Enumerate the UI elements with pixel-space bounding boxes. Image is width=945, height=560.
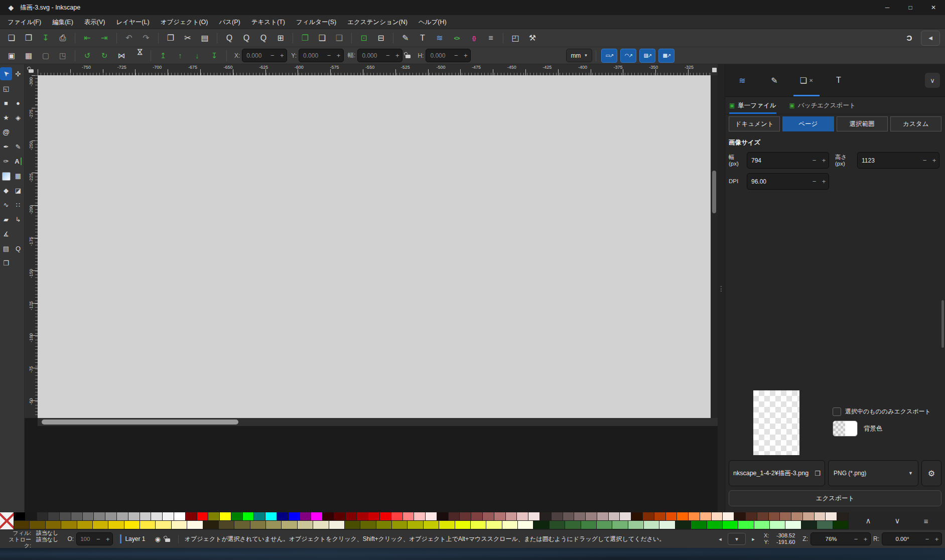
palette-swatch[interactable] — [460, 512, 471, 521]
scale-stroke-toggle[interactable]: ▭↗ — [601, 49, 617, 63]
horizontal-ruler[interactable]: -750-725-700-675-650-625-600-575-550-525… — [38, 64, 711, 75]
palette-swatch[interactable] — [346, 512, 357, 521]
x-input[interactable]: 0.000−+ — [242, 49, 287, 62]
selector-tool[interactable]: ➤ — [0, 67, 12, 80]
palette-swatch[interactable] — [140, 521, 156, 529]
palette-swatch[interactable] — [323, 512, 334, 521]
palette-swatch[interactable] — [817, 521, 833, 529]
rotate-ccw-icon[interactable]: ↺ — [80, 50, 95, 62]
palette-swatch[interactable] — [552, 512, 563, 521]
page-select-button[interactable]: ▾ — [728, 533, 746, 545]
box-3d-tool[interactable]: ◈ — [12, 111, 24, 124]
menu-item[interactable]: 編集(E) — [47, 16, 79, 29]
palette-swatch[interactable] — [334, 512, 346, 521]
palette-swatch[interactable] — [105, 512, 117, 521]
palette-swatch[interactable] — [14, 521, 30, 529]
palette-swatch[interactable] — [691, 521, 707, 529]
shape-builder-tool[interactable]: ◱ — [0, 82, 12, 95]
palette-swatch[interactable] — [837, 512, 849, 521]
unlink-clone-icon[interactable]: ❑ — [332, 31, 347, 45]
palette-swatch[interactable] — [455, 521, 471, 529]
palette-swatch[interactable] — [643, 512, 654, 521]
panel-scrollbar[interactable] — [941, 300, 944, 348]
ellipse-tool[interactable]: ● — [12, 96, 24, 109]
object-properties-icon[interactable]: {} — [466, 31, 481, 45]
layer-visibility-icon[interactable]: ◉ — [155, 535, 160, 543]
increment-button[interactable]: + — [277, 52, 287, 59]
zoom-tool[interactable]: Q — [12, 242, 24, 255]
palette-swatch[interactable] — [707, 521, 723, 529]
select-all-icon[interactable]: ▣ — [4, 50, 19, 62]
increment-button[interactable]: + — [929, 157, 939, 164]
palette-swatch[interactable] — [426, 512, 437, 521]
zoom-page-width-icon[interactable]: ⊞ — [273, 31, 288, 45]
palette-swatch[interactable] — [163, 512, 174, 521]
background-color-swatch[interactable] — [833, 421, 858, 437]
palette-swatch[interactable] — [108, 521, 124, 529]
text-dialog-icon[interactable]: T — [415, 31, 430, 45]
cut-icon[interactable]: ✂ — [180, 31, 195, 45]
palette-swatch[interactable] — [785, 521, 801, 529]
palette-swatch[interactable] — [392, 521, 408, 529]
export-height-input[interactable]: 1123−+ — [857, 152, 939, 169]
palette-swatch[interactable] — [517, 512, 528, 521]
palette-swatch[interactable] — [197, 512, 209, 521]
palette-swatch[interactable] — [313, 521, 329, 529]
palette-swatch[interactable] — [550, 521, 565, 529]
palette-scroll-up[interactable]: ∧ — [866, 516, 871, 525]
increment-button[interactable]: + — [861, 535, 870, 543]
palette-swatch[interactable] — [254, 512, 265, 521]
palette-swatch[interactable] — [77, 521, 93, 529]
export-selection-only-checkbox[interactable]: 選択中のもののみエクスポート — [833, 407, 931, 416]
scrollbar-corner-button[interactable] — [711, 64, 718, 75]
palette-swatch[interactable] — [357, 512, 368, 521]
export-area-document[interactable]: ドキュメント — [729, 116, 780, 131]
palette-swatch[interactable] — [329, 521, 345, 529]
palette-swatch[interactable] — [140, 512, 152, 521]
select-all-layers-icon[interactable]: ▦ — [21, 50, 36, 62]
zoom-page-icon[interactable]: Q — [256, 31, 271, 45]
decrement-button[interactable]: − — [451, 52, 461, 59]
export-format-select[interactable]: PNG (*.png) ▼ — [828, 460, 918, 486]
create-clone-icon[interactable]: ❑ — [315, 31, 330, 45]
palette-none-swatch[interactable] — [0, 512, 14, 529]
increment-button[interactable]: + — [334, 52, 343, 59]
tab-export[interactable]: ❏ ✕ — [790, 64, 823, 96]
zoom-drawing-icon[interactable]: Q — [239, 31, 254, 45]
dropper-tool[interactable]: ◆ — [0, 184, 12, 197]
flip-horizontal-icon[interactable]: ⋈ — [114, 50, 129, 62]
menu-item[interactable]: エクステンション(N) — [342, 16, 413, 29]
increment-button[interactable]: + — [103, 535, 112, 543]
palette-swatch[interactable] — [403, 512, 415, 521]
palette-swatch[interactable] — [801, 521, 817, 529]
export-area-selection[interactable]: 選択範囲 — [837, 116, 888, 131]
scale-corners-toggle[interactable]: ◠↗ — [620, 49, 636, 63]
palette-swatch[interactable] — [803, 512, 815, 521]
palette-swatch[interactable] — [780, 512, 791, 521]
decrement-button[interactable]: − — [809, 157, 819, 164]
y-input[interactable]: 0.000−+ — [299, 49, 344, 62]
copy-icon[interactable]: ❐ — [163, 31, 178, 45]
menu-item[interactable]: フィルター(S) — [291, 16, 342, 29]
raise-icon[interactable]: ↑ — [173, 50, 188, 62]
group-icon[interactable]: ⊡ — [356, 31, 371, 45]
snap-toggle-icon[interactable]: Ɔ — [903, 34, 916, 42]
palette-swatch[interactable] — [518, 521, 533, 529]
scrollbar-thumb[interactable] — [712, 171, 716, 213]
palette-swatch[interactable] — [265, 512, 277, 521]
palette-swatch[interactable] — [30, 521, 45, 529]
width-input[interactable]: 0.000−+ — [357, 49, 402, 62]
export-filename-input[interactable]: nkscape_1-4-2¥描画-3.png ❒ — [729, 460, 825, 486]
palette-swatch[interactable] — [187, 521, 203, 529]
palette-swatch[interactable] — [439, 521, 455, 529]
palette-swatch[interactable] — [723, 512, 734, 521]
spiral-tool[interactable]: @ — [0, 125, 12, 138]
decrement-button[interactable]: − — [920, 157, 929, 164]
palette-swatch[interactable] — [124, 521, 140, 529]
increment-button[interactable]: + — [819, 157, 829, 164]
palette-swatch[interactable] — [734, 512, 746, 521]
rectangle-tool[interactable]: ■ — [0, 96, 12, 109]
palette-swatch[interactable] — [597, 512, 609, 521]
palette-swatch[interactable] — [414, 512, 426, 521]
palette-swatch[interactable] — [612, 521, 628, 529]
